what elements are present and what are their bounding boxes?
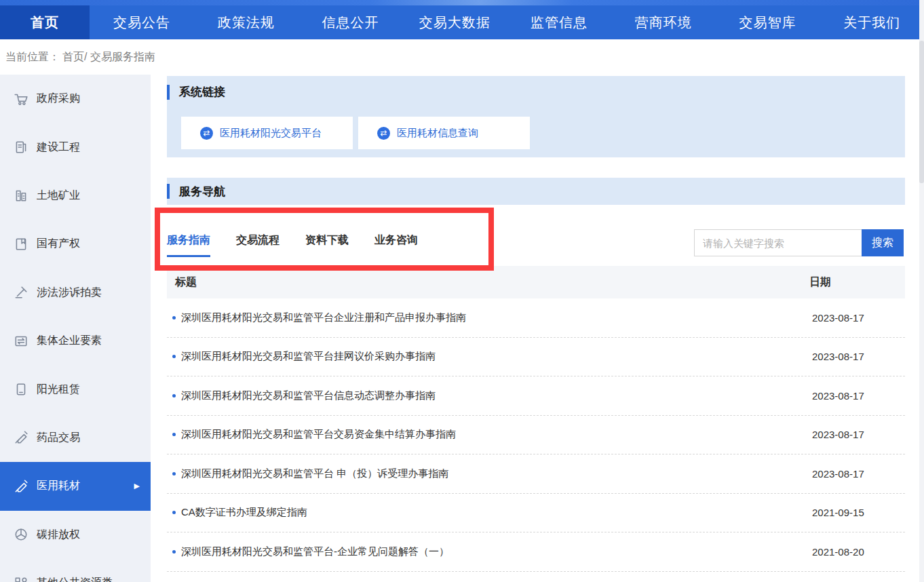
table-row: 深圳医用耗材阳光交易和监管平台企业注册和产品申报办事指南 2023-08-17 [167, 298, 905, 338]
carbon-icon [14, 527, 28, 542]
link-card-trading-platform[interactable]: ⇄ 医用耗材阳光交易平台 [181, 117, 353, 149]
gavel-icon [14, 285, 28, 300]
sidebar-item-carbon-emission[interactable]: 碳排放权 [0, 511, 151, 559]
table-row: 深圳医用耗材阳光交易和监管平台-企业常见问题解答（一） 2021-08-20 [167, 532, 905, 572]
sidebar-item-label: 建设工程 [37, 140, 80, 155]
link-label: 医用耗材阳光交易平台 [220, 127, 322, 140]
row-title-link[interactable]: 深圳医用耗材阳光交易和监管平台交易资金集中结算办事指南 [181, 428, 456, 441]
row-title-link[interactable]: 深圳医用耗材阳光交易和监管平台-企业常见问题解答（一） [181, 545, 449, 558]
section-title-text: 服务导航 [179, 184, 225, 199]
system-links-title: 系统链接 [167, 76, 905, 100]
service-nav-section: 服务导航 [167, 178, 905, 205]
table-row: 深圳医用耗材阳光交易和监管平台 申（投）诉受理办事指南 2023-08-17 [167, 454, 905, 494]
table-row: CA数字证书办理及绑定指南 2021-09-15 [167, 494, 905, 533]
title-accent-bar [167, 85, 170, 100]
nav-item-policies[interactable]: 政策法规 [194, 5, 299, 39]
scrollbar-thumb[interactable] [919, 41, 924, 183]
tablet-icon [14, 382, 28, 397]
sidebar-item-land-mining[interactable]: 土地矿业 [0, 172, 151, 220]
nav-item-about-us[interactable]: 关于我们 [820, 5, 924, 39]
sidebar-item-label: 阳光租赁 [37, 383, 80, 397]
main-content: 系统链接 ⇄ 医用耗材阳光交易平台 ⇄ 医用耗材信息查询 服务导航 服 [167, 75, 905, 582]
syringe-icon [14, 479, 28, 494]
exchange-icon: ⇄ [377, 127, 390, 140]
sidebar-item-government-procurement[interactable]: 政府采购 [0, 75, 151, 123]
sidebar-item-label: 土地矿业 [37, 189, 80, 203]
tab-business-consulting[interactable]: 业务咨询 [374, 221, 418, 260]
column-header-date: 日期 [809, 275, 831, 290]
nav-item-think-tank[interactable]: 交易智库 [716, 5, 820, 39]
document-icon [14, 140, 28, 155]
tabs-row: 服务指南 交易流程 资料下载 业务咨询 搜索 [167, 210, 905, 270]
category-sidebar: 政府采购 建设工程 土地矿业 国有产权 涉法涉诉拍卖 集体企业要素 阳光租赁 [0, 75, 151, 582]
sidebar-item-sunshine-leasing[interactable]: 阳光租赁 [0, 365, 151, 413]
bullet-icon [172, 472, 176, 476]
breadcrumb-path[interactable]: 首页/ 交易服务指南 [62, 50, 155, 64]
window-arrows-icon [14, 334, 28, 349]
row-date: 2023-08-17 [812, 390, 864, 402]
row-title-link[interactable]: CA数字证书办理及绑定指南 [181, 506, 307, 519]
scrollbar[interactable] [919, 0, 924, 582]
sidebar-item-medical-consumables[interactable]: 医用耗材 ▶ [0, 462, 151, 510]
bullet-icon [172, 355, 176, 358]
row-title-link[interactable]: 深圳医用耗材阳光交易和监管平台 申（投）诉受理办事指南 [181, 467, 448, 480]
syringe-icon [14, 430, 28, 445]
certificate-icon [14, 237, 28, 252]
sidebar-item-label: 药品交易 [37, 431, 80, 445]
breadcrumb-label: 当前位置： [5, 50, 60, 64]
page: 首页 交易公告 政策法规 信息公开 交易大数据 监管信息 营商环境 交易智库 关… [0, 0, 924, 582]
column-header-title: 标题 [167, 275, 197, 290]
nav-item-supervision[interactable]: 监管信息 [507, 5, 611, 39]
service-tabs: 服务指南 交易流程 资料下载 业务咨询 [167, 210, 418, 270]
system-links-section: 系统链接 ⇄ 医用耗材阳光交易平台 ⇄ 医用耗材信息查询 [167, 76, 905, 157]
bullet-icon [172, 316, 176, 319]
nav-item-home[interactable]: 首页 [0, 5, 90, 39]
row-date: 2021-08-20 [812, 546, 864, 558]
system-link-cards: ⇄ 医用耗材阳光交易平台 ⇄ 医用耗材信息查询 [181, 117, 530, 149]
sidebar-item-state-owned-property[interactable]: 国有产权 [0, 220, 151, 268]
bullet-icon [172, 433, 176, 436]
grid-icon [14, 576, 28, 582]
nav-item-information[interactable]: 信息公开 [299, 5, 403, 39]
nav-item-bigdata[interactable]: 交易大数据 [402, 5, 507, 39]
sidebar-item-label: 其他公共资源类 [37, 576, 113, 582]
sidebar-item-label: 国有产权 [37, 237, 80, 251]
search-button[interactable]: 搜索 [862, 229, 904, 256]
table-header: 标题 日期 [167, 266, 905, 298]
search-box: 搜索 [694, 229, 904, 256]
nav-item-business-env[interactable]: 营商环境 [611, 5, 716, 39]
tab-trading-process[interactable]: 交易流程 [236, 221, 280, 260]
sidebar-item-label: 集体企业要素 [37, 334, 102, 348]
bullet-icon [172, 394, 176, 397]
row-title-link[interactable]: 深圳医用耗材阳光交易和监管平台信息动态调整办事指南 [181, 389, 436, 402]
sidebar-item-drug-trading[interactable]: 药品交易 [0, 414, 151, 462]
cart-icon [14, 92, 28, 106]
row-title-link[interactable]: 深圳医用耗材阳光交易和监管平台挂网议价采购办事指南 [181, 350, 436, 363]
table-row: 深圳医用耗材阳光交易和监管平台交易资金集中结算办事指南 2023-08-17 [167, 416, 905, 455]
bullet-icon [172, 550, 176, 554]
service-nav-title: 服务导航 [167, 178, 905, 205]
title-accent-bar [167, 184, 170, 199]
sidebar-item-collective-enterprise[interactable]: 集体企业要素 [0, 317, 151, 365]
chevron-right-icon: ▶ [134, 482, 140, 490]
row-date: 2023-08-17 [812, 429, 864, 440]
search-input[interactable] [694, 229, 862, 256]
sidebar-item-construction[interactable]: 建设工程 [0, 123, 151, 171]
banner-image-sliver [0, 0, 924, 5]
nav-item-announcements[interactable]: 交易公告 [90, 5, 194, 39]
tab-service-guide[interactable]: 服务指南 [167, 221, 210, 260]
row-title-link[interactable]: 深圳医用耗材阳光交易和监管平台企业注册和产品申报办事指南 [181, 311, 466, 324]
section-title-text: 系统链接 [179, 84, 225, 100]
row-date: 2023-08-17 [812, 312, 864, 324]
tab-material-download[interactable]: 资料下载 [305, 221, 349, 260]
row-date: 2023-08-17 [812, 351, 864, 362]
breadcrumb: 当前位置： 首页/ 交易服务指南 [0, 39, 924, 75]
sidebar-item-other-public-resources[interactable]: 其他公共资源类 [0, 559, 151, 582]
sidebar-item-label: 政府采购 [37, 92, 80, 106]
sidebar-item-judicial-auction[interactable]: 涉法涉诉拍卖 [0, 269, 151, 317]
link-label: 医用耗材信息查询 [397, 127, 478, 140]
row-date: 2021-09-15 [812, 507, 864, 518]
building-icon [14, 188, 28, 203]
table-row: 深圳医用耗材阳光交易和监管平台挂网议价采购办事指南 2023-08-17 [167, 338, 905, 377]
link-card-info-query[interactable]: ⇄ 医用耗材信息查询 [358, 117, 530, 149]
